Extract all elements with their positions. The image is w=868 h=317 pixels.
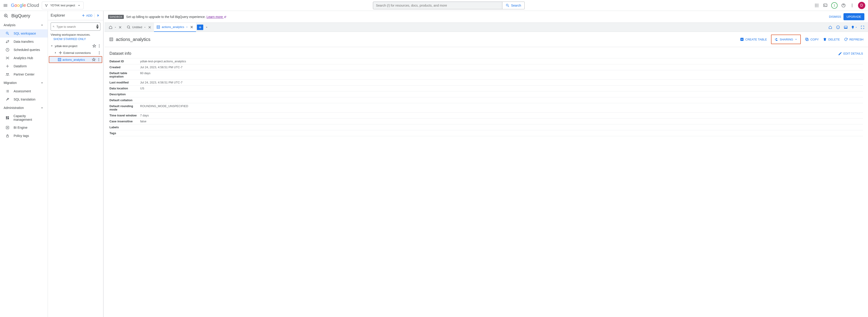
avatar[interactable]: D (858, 2, 865, 9)
create-table-button[interactable]: CREATE TABLE (740, 37, 767, 41)
svg-point-8 (817, 5, 818, 6)
delete-button[interactable]: DELETE (823, 37, 840, 41)
info-value: Jul 24, 2023, 4:56:51 PM UTC-7 (140, 81, 182, 84)
close-icon[interactable] (148, 25, 152, 29)
svg-point-26 (8, 73, 9, 75)
nav-section-administration[interactable]: Administration (0, 104, 48, 112)
tree-external-connections[interactable]: External connections (49, 49, 102, 56)
explorer-search[interactable]: ? (51, 23, 100, 31)
explorer-search-input[interactable] (57, 25, 95, 28)
new-tab-button[interactable] (197, 25, 203, 30)
home-shortcut-icon[interactable] (828, 25, 833, 30)
info-label: Dataset ID (110, 60, 140, 63)
caret-down-icon[interactable] (205, 26, 208, 29)
nav-section-analysis[interactable]: Analysis (0, 21, 48, 29)
page-title: actions_analytics (116, 37, 150, 42)
help-icon[interactable]: ? (96, 25, 99, 29)
more-icon[interactable] (97, 58, 101, 62)
collapse-panel-button[interactable] (94, 13, 100, 18)
tree-project[interactable]: ydtak-test-project (49, 42, 102, 49)
search-input-wrap[interactable] (373, 2, 502, 9)
add-button[interactable]: ADD (81, 13, 92, 18)
info-label: Labels (110, 125, 140, 129)
info-label: Default rounding mode (110, 105, 140, 111)
tab-home[interactable] (106, 23, 124, 32)
caret-down-icon (186, 26, 188, 28)
nav-item-bi[interactable]: BI Engine (0, 123, 48, 132)
svg-point-6 (815, 5, 816, 6)
svg-point-60 (111, 40, 111, 40)
nav-item-sq[interactable]: Scheduled queries (0, 46, 48, 54)
svg-rect-57 (110, 38, 113, 41)
sandbox-tag: SANDBOX (108, 15, 124, 19)
svg-point-36 (60, 52, 61, 53)
google-cloud-logo[interactable]: Google Cloud (11, 3, 39, 8)
info-label: Data location (110, 87, 140, 90)
project-name: YDTAK test project (50, 4, 75, 7)
upgrade-button[interactable]: UPGRADE (843, 13, 864, 20)
svg-point-43 (59, 60, 59, 60)
edit-details-button[interactable]: EDIT DETAILS (838, 52, 863, 56)
svg-rect-56 (844, 28, 847, 28)
svg-point-52 (158, 27, 158, 28)
learn-more-link[interactable]: Learn more (207, 15, 226, 19)
menu-icon[interactable] (3, 3, 8, 8)
copy-icon (805, 37, 809, 41)
nav-item-cm[interactable]: Capacity management (0, 112, 48, 123)
panel-icon[interactable] (843, 25, 848, 30)
svg-point-61 (112, 40, 112, 40)
external-link-icon (224, 16, 226, 19)
info-label: Tags (110, 132, 140, 135)
svg-point-25 (6, 73, 7, 75)
info-row: Last modifiedJul 24, 2023, 4:56:51 PM UT… (110, 79, 863, 85)
tab-untitled[interactable]: Untitled (124, 23, 154, 32)
more-icon[interactable] (97, 51, 101, 55)
star-icon[interactable] (92, 58, 96, 62)
nav-item-pc[interactable]: Partner Center (0, 70, 48, 79)
svg-rect-40 (58, 58, 61, 61)
nav-item-st[interactable]: SQL translation (0, 95, 48, 104)
notifications-badge[interactable]: 1 (831, 2, 838, 9)
svg-point-16 (851, 6, 852, 7)
search-input[interactable] (376, 4, 499, 7)
info-value: Jul 24, 2023, 4:56:51 PM UTC-7 (140, 65, 182, 69)
help-icon[interactable] (841, 3, 846, 8)
search-icon (505, 3, 509, 7)
insights-button[interactable] (851, 25, 858, 29)
nav-item-dt[interactable]: Data transfers (0, 37, 48, 46)
close-icon[interactable] (190, 25, 194, 29)
close-icon[interactable] (118, 25, 122, 29)
svg-point-4 (816, 4, 817, 4)
cloud-shell-icon[interactable] (823, 3, 828, 8)
left-nav: BigQuery AnalysisSQL workspaceData trans… (0, 11, 48, 317)
nav-item-pt[interactable]: Policy tags (0, 132, 48, 140)
nav-item-ah[interactable]: Analytics Hub (0, 54, 48, 62)
refresh-button[interactable]: REFRESH (844, 37, 864, 41)
copy-button[interactable]: COPY (805, 37, 819, 41)
star-icon[interactable] (92, 44, 96, 48)
nav-item-df[interactable]: Dataform (0, 62, 48, 70)
info-value: ydtak-test-project.actions_analytics (140, 60, 186, 63)
nav-section-migration[interactable]: Migration (0, 79, 48, 87)
tab-actions-analytics[interactable]: actions_analytics (154, 23, 196, 32)
svg-point-5 (817, 4, 818, 4)
show-starred-link[interactable]: SHOW STARRED ONLY (48, 36, 103, 42)
apps-icon[interactable] (814, 3, 819, 8)
nav-item-sql[interactable]: SQL workspace (0, 29, 48, 37)
dismiss-button[interactable]: DISMISS (829, 15, 841, 19)
info-icon[interactable] (835, 25, 841, 30)
tree-dataset-actions-analytics[interactable]: actions_analytics (49, 56, 102, 63)
more-icon[interactable] (849, 3, 855, 8)
fullscreen-icon[interactable] (860, 25, 865, 30)
info-row: Description (110, 91, 863, 97)
more-icon[interactable] (97, 44, 101, 48)
svg-rect-29 (7, 118, 9, 119)
sharing-button[interactable]: SHARING (771, 34, 801, 44)
svg-rect-30 (6, 118, 7, 119)
search-button[interactable]: Search (502, 2, 524, 9)
svg-point-10 (816, 6, 817, 7)
project-picker[interactable]: YDTAK test project (42, 2, 84, 9)
tab-bar: Untitled actions_analytics (104, 23, 868, 32)
partner-icon (5, 72, 9, 77)
nav-item-asm[interactable]: Assessment (0, 87, 48, 95)
